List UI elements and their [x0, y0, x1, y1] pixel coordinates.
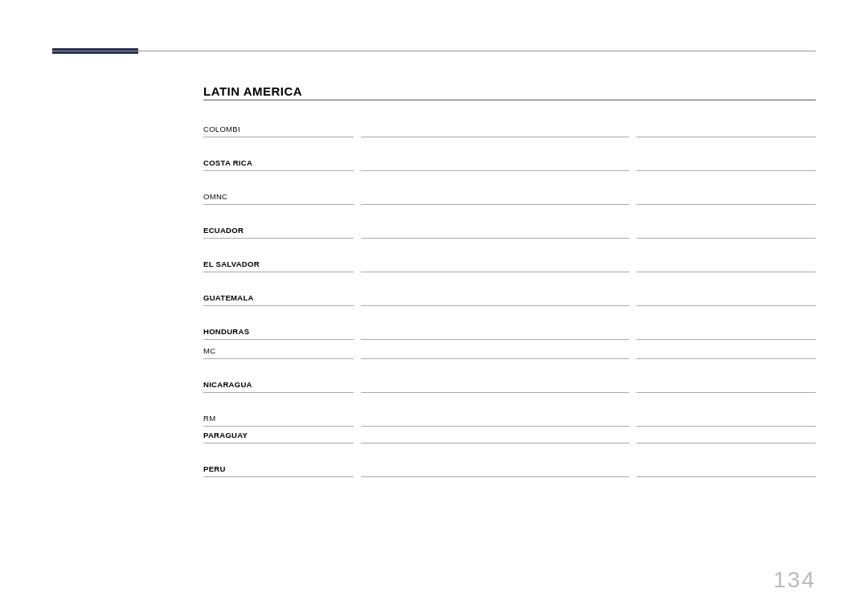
top-rule — [52, 51, 816, 51]
table-row: HONDURAS — [203, 306, 816, 340]
cell-right — [637, 340, 816, 359]
cell-middle — [361, 205, 629, 239]
table-row: EL SALVADOR — [203, 239, 816, 272]
cell-right — [637, 443, 816, 477]
cell-middle — [361, 137, 629, 171]
country-label: COLOMBI — [203, 121, 354, 137]
page-number: 134 — [773, 567, 816, 593]
country-label: GUATEMALA — [203, 289, 354, 306]
table-row: RM — [203, 393, 816, 427]
country-label: ECUADOR — [203, 222, 354, 239]
country-label: MC — [203, 342, 354, 359]
cell-middle — [361, 272, 629, 306]
table-row: MC — [203, 340, 816, 359]
cell-middle — [361, 340, 629, 359]
cell-right — [637, 239, 816, 272]
country-label: EL SALVADOR — [203, 255, 354, 272]
cell-right — [637, 171, 816, 205]
country-label: PARAGUAY — [203, 427, 354, 443]
cell-middle — [361, 443, 629, 477]
country-label: COSTA RICA — [203, 154, 354, 171]
country-label: NICARAGUA — [203, 376, 354, 393]
cell-middle — [361, 393, 629, 427]
cell-right — [637, 393, 816, 427]
country-label: OMNC — [203, 188, 354, 205]
table-row: ECUADOR — [203, 205, 816, 239]
cell-right — [637, 427, 816, 443]
table-row: GUATEMALA — [203, 272, 816, 306]
table-row: OMNC — [203, 171, 816, 205]
cell-right — [637, 272, 816, 306]
table-row: PERU — [203, 443, 816, 477]
country-label: RM — [203, 410, 354, 427]
cell-right — [637, 137, 816, 171]
cell-middle — [361, 359, 629, 393]
country-table: COLOMBICOSTA RICAOMNCECUADOREL SALVADORG… — [203, 100, 816, 477]
cell-right — [637, 205, 816, 239]
country-label: HONDURAS — [203, 323, 354, 340]
cell-right — [637, 306, 816, 340]
cell-right — [637, 100, 816, 137]
cell-middle — [361, 306, 629, 340]
section-title: LATIN AMERICA — [203, 84, 816, 98]
content-area: LATIN AMERICA COLOMBICOSTA RICAOMNCECUAD… — [52, 48, 816, 477]
cell-middle — [361, 100, 629, 137]
cell-right — [637, 359, 816, 393]
cell-middle — [361, 427, 629, 443]
page-container: LATIN AMERICA COLOMBICOSTA RICAOMNCECUAD… — [0, 0, 868, 613]
cell-middle — [361, 239, 629, 272]
country-label: PERU — [203, 460, 354, 477]
table-row: NICARAGUA — [203, 359, 816, 393]
table-row: COLOMBI — [203, 100, 816, 137]
table-row: COSTA RICA — [203, 137, 816, 171]
cell-middle — [361, 171, 629, 205]
table-row: PARAGUAY — [203, 427, 816, 443]
